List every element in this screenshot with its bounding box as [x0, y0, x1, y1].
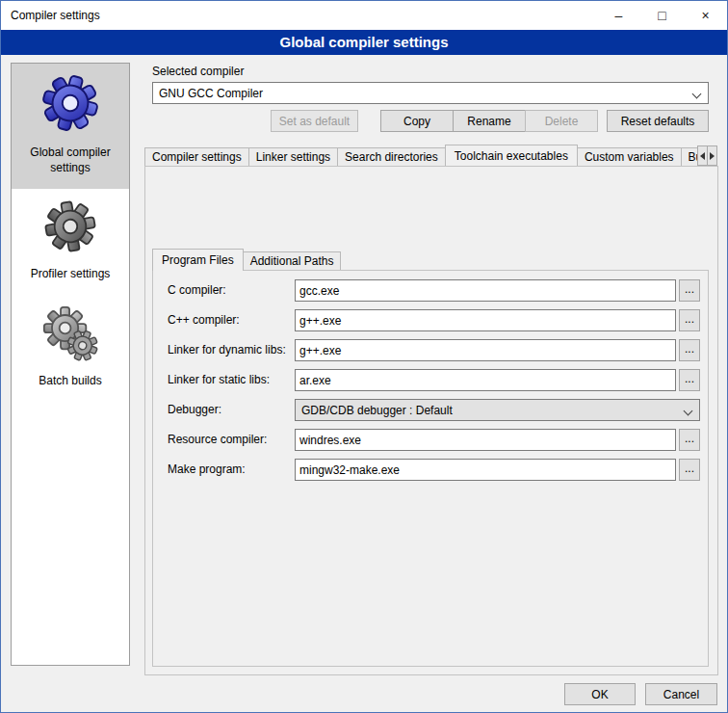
tab-scroll-left-icon [700, 152, 705, 160]
tab-toolchain-executables[interactable]: Toolchain executables [445, 145, 578, 166]
field-row-make-program: Make program: ... [152, 459, 709, 481]
blue-gear-icon [40, 73, 100, 133]
c-compiler-browse-button[interactable]: ... [679, 279, 700, 302]
window-controls: – □ × [597, 1, 727, 30]
subtab-additional-paths[interactable]: Additional Paths [243, 251, 342, 270]
page-title: Global compiler settings [1, 30, 727, 55]
selected-compiler-label: Selected compiler [152, 65, 244, 78]
field-row-cpp-compiler: C++ compiler: ... [152, 309, 709, 331]
copy-button[interactable]: Copy [380, 110, 454, 132]
window-title: Compiler settings [1, 9, 100, 22]
cpp-compiler-input[interactable] [295, 309, 676, 331]
tab-search-directories[interactable]: Search directories [337, 147, 446, 166]
sidebar-item-label: Global compiler settings [13, 145, 127, 175]
tab-compiler-settings[interactable]: Compiler settings [144, 147, 249, 166]
chevron-down-icon [692, 90, 702, 99]
c-compiler-input[interactable] [295, 279, 676, 302]
debugger-select[interactable]: GDB/CDB debugger : Default [295, 399, 700, 421]
maximize-button[interactable]: □ [640, 1, 684, 30]
dynamic-linker-browse-button[interactable]: ... [679, 339, 700, 361]
resource-compiler-browse-button[interactable]: ... [679, 429, 700, 451]
field-row-static-linker: Linker for static libs: ... [152, 369, 709, 391]
chevron-down-icon [684, 407, 693, 416]
resource-compiler-input[interactable] [295, 429, 676, 451]
field-label: C compiler: [168, 283, 226, 297]
reset-defaults-button[interactable]: Reset defaults [607, 110, 709, 132]
profiler-tool-icon [42, 198, 98, 254]
minimize-button[interactable]: – [597, 1, 640, 30]
settings-sidebar: Global compiler settings [11, 63, 130, 666]
tab-linker-settings[interactable]: Linker settings [248, 147, 338, 166]
cpp-compiler-browse-button[interactable]: ... [679, 309, 700, 331]
delete-button[interactable]: Delete [525, 110, 598, 132]
field-label: Linker for dynamic libs: [168, 343, 286, 356]
debugger-select-value: GDB/CDB debugger : Default [301, 404, 453, 417]
tab-scroll-right-button[interactable] [707, 145, 717, 166]
ok-button[interactable]: OK [564, 683, 636, 705]
main-tab-strip: Compiler settings Linker settings Search… [144, 145, 697, 166]
title-bar: Compiler settings – □ × [1, 1, 727, 30]
static-linker-input[interactable] [295, 369, 676, 391]
make-program-browse-button[interactable]: ... [679, 459, 700, 481]
tab-scroll-right-icon [710, 152, 715, 160]
field-row-c-compiler: C compiler: ... [152, 279, 709, 302]
sidebar-item-label: Profiler settings [31, 267, 111, 282]
set-as-default-button[interactable]: Set as default [271, 110, 358, 132]
sidebar-item-label: Batch builds [39, 374, 101, 389]
dynamic-linker-input[interactable] [295, 339, 676, 361]
field-row-dynamic-linker: Linker for dynamic libs: ... [152, 339, 709, 361]
subtab-program-files[interactable]: Program Files [152, 249, 244, 271]
field-label: Make program: [168, 462, 246, 476]
field-label: Debugger: [168, 403, 221, 416]
sidebar-item-batch-builds[interactable]: Batch builds [12, 296, 129, 403]
compiler-select[interactable]: GNU GCC Compiler [152, 82, 709, 104]
compiler-settings-dialog: Compiler settings – □ × Global compiler … [0, 0, 728, 713]
batch-builds-gears-icon [42, 305, 98, 361]
close-button[interactable]: × [684, 1, 727, 30]
compiler-select-value: GNU GCC Compiler [159, 87, 263, 100]
tab-custom-variables[interactable]: Custom variables [577, 147, 682, 166]
sidebar-item-global-compiler-settings[interactable]: Global compiler settings [12, 64, 129, 189]
field-label: C++ compiler: [168, 313, 240, 327]
rename-button[interactable]: Rename [453, 110, 526, 132]
cancel-button[interactable]: Cancel [645, 683, 717, 705]
static-linker-browse-button[interactable]: ... [679, 369, 700, 391]
field-row-resource-compiler: Resource compiler: ... [152, 429, 709, 451]
field-row-debugger: Debugger: GDB/CDB debugger : Default [152, 399, 709, 421]
tab-build-options[interactable]: Buil [681, 147, 697, 166]
field-label: Resource compiler: [168, 433, 267, 446]
field-label: Linker for static libs: [168, 373, 270, 386]
sub-tab-strip: Program Files Additional Paths [152, 249, 709, 270]
sidebar-item-profiler-settings[interactable]: Profiler settings [12, 189, 129, 296]
make-program-input[interactable] [295, 459, 676, 481]
